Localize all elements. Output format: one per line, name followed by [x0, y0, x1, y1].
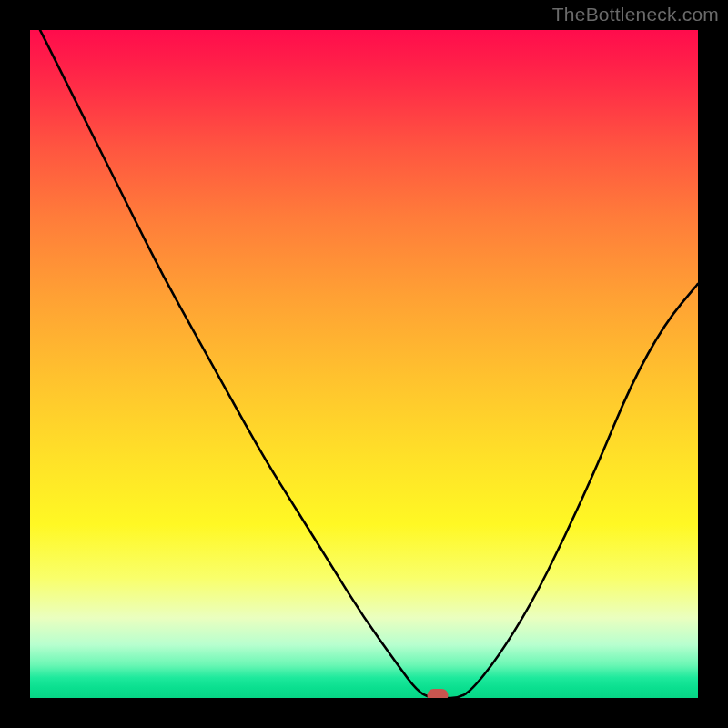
- optimal-point-marker: [427, 689, 448, 698]
- plot-area: [30, 30, 698, 698]
- chart-frame: TheBottleneck.com: [0, 0, 728, 728]
- bottleneck-curve: [30, 30, 698, 698]
- watermark-text: TheBottleneck.com: [552, 4, 719, 25]
